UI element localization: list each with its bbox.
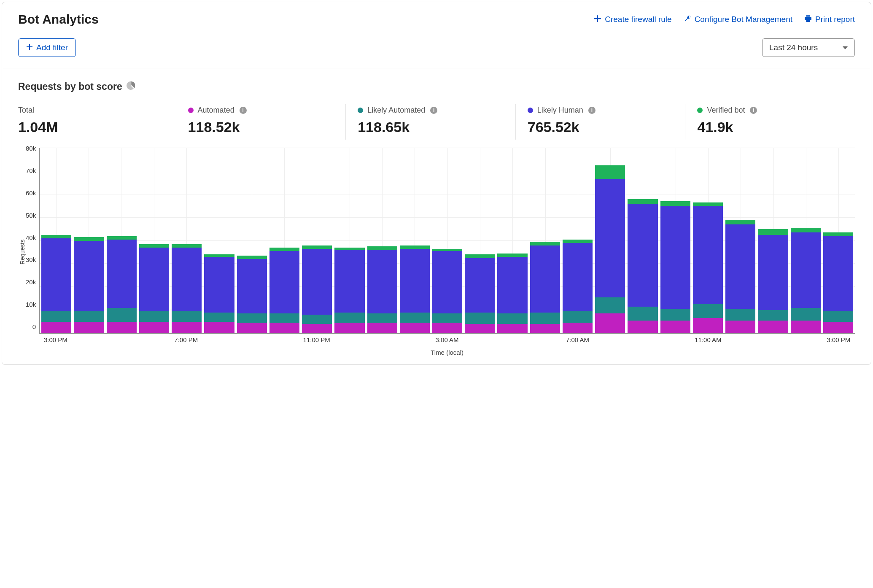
stat-label: Automatedi xyxy=(188,106,334,115)
bar-segment-likely_human xyxy=(660,206,690,309)
bar-segment-automated xyxy=(74,322,104,333)
info-icon[interactable]: i xyxy=(430,107,437,114)
bar-segment-likely_automated xyxy=(367,313,397,323)
bar-segment-likely_automated xyxy=(823,311,853,322)
y-tick: 10k xyxy=(26,301,36,308)
bar-segment-likely_human xyxy=(432,251,462,313)
stat-label: Verified boti xyxy=(697,106,843,115)
y-tick: 20k xyxy=(26,278,36,286)
bar-segment-automated xyxy=(758,321,788,333)
print-report-link[interactable]: Print report xyxy=(804,15,855,24)
bar-column[interactable] xyxy=(172,148,202,333)
bar-segment-likely_human xyxy=(725,224,755,309)
x-tick: 7:00 AM xyxy=(566,336,589,343)
bar-column[interactable] xyxy=(334,148,364,333)
info-icon[interactable]: i xyxy=(750,107,757,114)
bar-column[interactable] xyxy=(823,148,853,333)
bar-column[interactable] xyxy=(563,148,593,333)
bar-column[interactable] xyxy=(432,148,462,333)
bar-column[interactable] xyxy=(107,148,137,333)
page-title: Bot Analytics xyxy=(18,12,99,27)
bar-column[interactable] xyxy=(302,148,332,333)
bar-column[interactable] xyxy=(237,148,267,333)
bar-segment-likely_automated xyxy=(758,310,788,321)
bar-segment-likely_automated xyxy=(432,313,462,323)
info-icon[interactable]: i xyxy=(588,107,595,114)
pie-chart-icon xyxy=(127,81,135,92)
bar-segment-automated xyxy=(432,323,462,333)
bar-segment-likely_human xyxy=(563,243,593,311)
bar-segment-likely_human xyxy=(237,259,267,313)
bar-column[interactable] xyxy=(204,148,234,333)
bar-column[interactable] xyxy=(41,148,71,333)
x-axis-ticks: 3:00 PM7:00 PM11:00 PM3:00 AM7:00 AM11:0… xyxy=(39,336,855,347)
y-tick: 50k xyxy=(26,212,36,219)
bar-column[interactable] xyxy=(367,148,397,333)
bar-segment-likely_human xyxy=(400,249,430,313)
bar-segment-likely_automated xyxy=(465,313,495,324)
bar-segment-likely_human xyxy=(269,251,299,313)
x-tick: 11:00 PM xyxy=(303,336,330,343)
configure-bot-management-link[interactable]: Configure Bot Management xyxy=(684,15,792,24)
bar-segment-likely_human xyxy=(41,238,71,311)
bar-segment-automated xyxy=(465,324,495,333)
bar-segment-verified_bot xyxy=(595,165,625,179)
bar-segment-likely_automated xyxy=(791,308,821,321)
bar-segment-verified_bot xyxy=(693,202,723,206)
bar-column[interactable] xyxy=(530,148,560,333)
stat-label-text: Automated xyxy=(198,106,234,115)
plot-area xyxy=(39,148,855,334)
bar-segment-verified_bot xyxy=(660,201,690,206)
bar-segment-automated xyxy=(237,323,267,333)
bar-column[interactable] xyxy=(693,148,723,333)
bar-column[interactable] xyxy=(139,148,169,333)
bar-column[interactable] xyxy=(269,148,299,333)
bar-column[interactable] xyxy=(628,148,657,333)
bar-segment-likely_automated xyxy=(400,313,430,323)
stat-value: 765.52k xyxy=(528,119,674,135)
bar-segment-likely_automated xyxy=(139,311,169,322)
time-range-select[interactable]: Last 24 hours xyxy=(762,38,855,57)
bar-segment-automated xyxy=(791,321,821,333)
bar-segment-automated xyxy=(302,324,332,333)
bar-segment-likely_human xyxy=(758,235,788,310)
bar-column[interactable] xyxy=(400,148,430,333)
panel-header: Bot Analytics Create firewall rule Confi… xyxy=(2,2,871,68)
bar-column[interactable] xyxy=(660,148,690,333)
bar-segment-automated xyxy=(334,323,364,333)
stat-card: Automatedi118.52k xyxy=(176,104,346,140)
bar-column[interactable] xyxy=(74,148,104,333)
bar-column[interactable] xyxy=(595,148,625,333)
wrench-icon xyxy=(684,15,691,24)
stat-value: 1.04M xyxy=(18,119,164,135)
bar-segment-likely_human xyxy=(367,250,397,313)
bar-segment-likely_human xyxy=(334,250,364,312)
bar-segment-automated xyxy=(139,322,169,333)
bar-column[interactable] xyxy=(758,148,788,333)
create-firewall-rule-link[interactable]: Create firewall rule xyxy=(594,15,671,24)
caret-down-icon xyxy=(843,46,848,49)
bar-segment-automated xyxy=(530,324,560,333)
bar-segment-likely_automated xyxy=(563,311,593,323)
bar-column[interactable] xyxy=(791,148,821,333)
bar-segment-likely_human xyxy=(823,236,853,311)
y-tick: 0 xyxy=(32,323,36,330)
bar-segment-likely_automated xyxy=(725,309,755,320)
bar-column[interactable] xyxy=(497,148,527,333)
bar-column[interactable] xyxy=(725,148,755,333)
add-filter-button[interactable]: Add filter xyxy=(18,38,76,57)
bar-segment-likely_automated xyxy=(660,309,690,320)
bar-column[interactable] xyxy=(465,148,495,333)
bar-segment-likely_automated xyxy=(628,307,657,321)
y-tick: 30k xyxy=(26,256,36,263)
chart: Requests 80k70k60k50k40k30k20k10k0 3:00 … xyxy=(18,148,855,356)
color-dot xyxy=(188,108,194,113)
bar-segment-automated xyxy=(107,322,137,333)
bar-segment-verified_bot xyxy=(107,236,137,240)
info-icon[interactable]: i xyxy=(240,107,247,114)
bar-segment-automated xyxy=(269,323,299,333)
bar-segment-verified_bot xyxy=(823,232,853,236)
stat-value: 118.52k xyxy=(188,119,334,135)
bar-segment-likely_human xyxy=(628,204,657,307)
x-tick: 3:00 AM xyxy=(436,336,459,343)
